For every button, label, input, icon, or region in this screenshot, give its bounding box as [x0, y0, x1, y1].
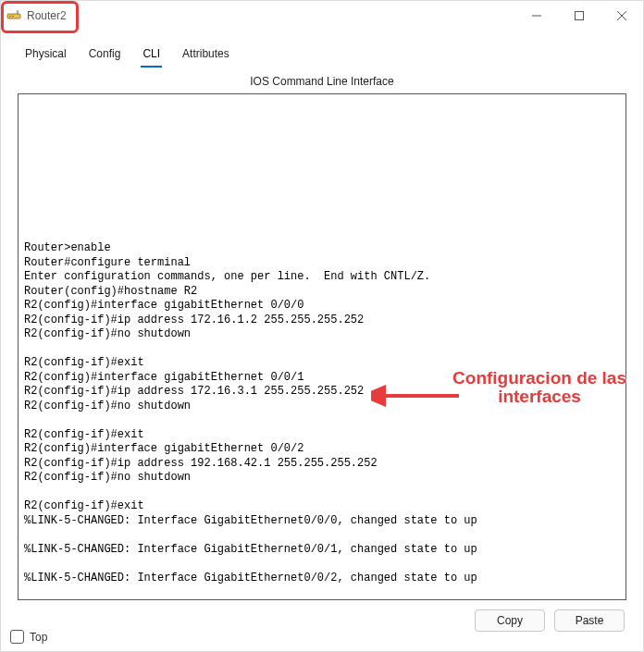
- cli-pane-title: IOS Command Line Interface: [14, 75, 630, 88]
- maximize-button[interactable]: [558, 1, 601, 31]
- svg-point-1: [9, 16, 11, 18]
- close-button[interactable]: [601, 1, 643, 31]
- top-checkbox-label: Top: [30, 631, 47, 644]
- copy-button[interactable]: Copy: [475, 609, 545, 632]
- tab-config[interactable]: Config: [87, 43, 123, 68]
- titlebar: Router2: [1, 1, 643, 31]
- top-checkbox[interactable]: [10, 630, 24, 644]
- app-window: Router2 Physical Config CLI Attributes I…: [0, 0, 644, 652]
- svg-rect-0: [7, 14, 20, 18]
- tab-attributes[interactable]: Attributes: [180, 43, 231, 68]
- tab-bar: Physical Config CLI Attributes: [14, 36, 630, 68]
- svg-rect-5: [576, 12, 584, 20]
- svg-point-2: [12, 16, 14, 18]
- paste-button[interactable]: Paste: [554, 609, 625, 632]
- minimize-button[interactable]: [515, 1, 558, 31]
- tab-cli[interactable]: CLI: [141, 43, 162, 68]
- window-title: Router2: [27, 9, 67, 22]
- router-icon: [6, 8, 21, 23]
- cli-terminal[interactable]: Router>enable Router#configure terminal …: [18, 93, 626, 600]
- tab-physical[interactable]: Physical: [23, 43, 68, 68]
